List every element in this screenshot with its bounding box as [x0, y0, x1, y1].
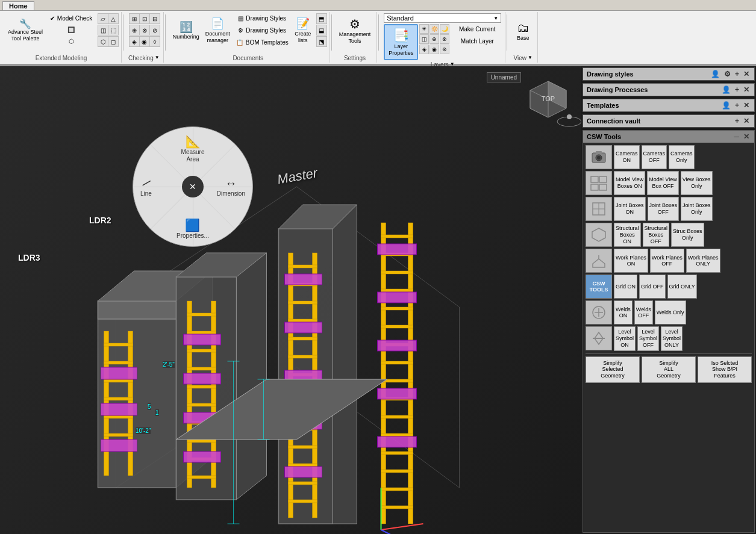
model-check-btn[interactable]: ✔ Model Check: [47, 13, 95, 24]
check-icon6[interactable]: ⊘: [149, 25, 160, 36]
work-planes-off-btn[interactable]: Work PlanesOFF: [650, 249, 684, 273]
templates-add-icon[interactable]: +: [734, 101, 740, 110]
layer-icon9[interactable]: ⊛: [440, 45, 449, 54]
structural-boxes-icon[interactable]: [586, 223, 612, 247]
doc-icon3[interactable]: ⬔: [316, 36, 327, 47]
templates-header[interactable]: Templates 👤 + ✕: [583, 99, 754, 111]
layer-icon5[interactable]: ⊕: [430, 34, 439, 44]
ribbon-tab-home[interactable]: Home: [2, 1, 34, 10]
ext-grid-btn3[interactable]: ◫: [98, 25, 108, 36]
drawing-styles-add-icon[interactable]: +: [734, 70, 740, 78]
grid-only-btn[interactable]: Grid ONLY: [667, 275, 697, 299]
cameras-off-btn[interactable]: CamerasOFF: [642, 145, 667, 169]
layer-icon4[interactable]: ◫: [419, 34, 429, 44]
doc-icon1[interactable]: ⬒: [316, 13, 327, 24]
ext-grid-btn1[interactable]: ▱: [98, 13, 108, 24]
csw-tools-highlight-btn[interactable]: CSWTOOLS: [586, 275, 612, 299]
view-dropdown-icon[interactable]: ▼: [528, 55, 533, 60]
structural-boxes-on-btn[interactable]: StructuralBoxesON: [614, 223, 641, 247]
joint-boxes-icon[interactable]: [586, 197, 612, 221]
welds-icon[interactable]: [586, 300, 612, 324]
drawing-processes-btn[interactable]: ⚙ Drawing Styles: [234, 25, 291, 36]
drawing-processes-close-icon[interactable]: ✕: [742, 85, 751, 94]
work-planes-icon[interactable]: [586, 249, 612, 273]
view-boxes-only-btn[interactable]: View BoxesOnly: [681, 171, 713, 195]
check-icon5[interactable]: ⊗: [139, 25, 150, 36]
work-planes-on-btn[interactable]: Work PlanesON: [614, 249, 648, 273]
csw-tools-close-icon[interactable]: ✕: [742, 132, 751, 141]
level-symbol-on-btn[interactable]: LevelSymbolON: [614, 326, 636, 350]
standard-dropdown[interactable]: Standard ▼: [384, 13, 501, 23]
welds-only-btn[interactable]: Welds Only: [655, 300, 686, 324]
level-symbol-only-btn[interactable]: LevelSymbolONLY: [661, 326, 683, 350]
iso-selected-btn[interactable]: Iso SelctedShow B/PIFeatures: [698, 356, 752, 383]
management-tools-btn[interactable]: ⚙ ManagementTools: [337, 13, 373, 48]
simplify-selected-geometry-btn[interactable]: SimplifySelectedGeometry: [586, 356, 640, 383]
layer-properties-btn[interactable]: 📑 LayerProperties: [384, 24, 418, 60]
model-view-boxes-off-btn[interactable]: Model ViewBox OFF: [647, 171, 678, 195]
cameras-only-btn[interactable]: CamerasOnly: [669, 145, 695, 169]
connection-vault-header[interactable]: Connection vault + ✕: [583, 115, 754, 127]
extended-misc-btn1[interactable]: 🔲: [47, 25, 95, 36]
radial-line[interactable]: / Line: [140, 176, 152, 197]
numbering-btn[interactable]: 🔢 Numbering: [170, 13, 202, 48]
bom-templates-btn[interactable]: 📋 BOM Templates: [234, 37, 291, 48]
templates-user-icon[interactable]: 👤: [720, 101, 732, 110]
simplify-all-geometry-btn[interactable]: SimplifyALLGeometry: [642, 356, 696, 383]
drawing-processes-user-icon[interactable]: 👤: [720, 85, 732, 94]
base-btn[interactable]: 🗂 Base: [512, 13, 534, 48]
check-icon1[interactable]: ⊞: [129, 13, 140, 24]
make-current-btn[interactable]: Make Current: [453, 24, 501, 35]
document-manager-btn[interactable]: 📄 Documentmanager: [203, 13, 233, 48]
drawing-processes-add-icon[interactable]: +: [734, 85, 740, 94]
radial-close-btn[interactable]: ✕: [182, 176, 204, 197]
welds-off-btn[interactable]: WeldsOFF: [634, 300, 653, 324]
ext-grid-btn4[interactable]: ⬚: [108, 25, 119, 36]
check-icon8[interactable]: ◉: [139, 36, 150, 47]
check-icon7[interactable]: ◈: [129, 36, 140, 47]
layer-icon1[interactable]: ☀: [419, 24, 429, 34]
check-icon2[interactable]: ⊡: [139, 13, 150, 24]
struc-boxes-only-btn[interactable]: Struc BoxesOnly: [671, 223, 704, 247]
drawing-styles-close-icon[interactable]: ✕: [742, 70, 751, 78]
drawing-styles-header[interactable]: Drawing styles 👤 ⚙ + ✕: [583, 68, 754, 80]
checking-dropdown-icon[interactable]: ▼: [155, 55, 160, 60]
layer-icon2[interactable]: 🔆: [430, 24, 439, 34]
templates-close-icon[interactable]: ✕: [742, 101, 751, 110]
advance-steel-btn[interactable]: 🔧 Advance SteelTool Palette: [5, 13, 46, 48]
layer-icon3[interactable]: 🌙: [440, 24, 449, 34]
drawing-styles-user-icon[interactable]: 👤: [710, 70, 721, 78]
create-lists-btn[interactable]: 📝 Createlists: [292, 13, 314, 48]
joint-boxes-on-btn[interactable]: Joint BoxesON: [614, 197, 646, 221]
viewport[interactable]: Master LDR2 LDR3 10'-2" 2'-5" 5 1: [0, 66, 581, 534]
joint-boxes-off-btn[interactable]: Joint BoxesOFF: [648, 197, 679, 221]
layer-icon8[interactable]: ◉: [430, 45, 439, 54]
check-icon4[interactable]: ⊕: [129, 25, 140, 36]
match-layer-btn[interactable]: Match Layer: [453, 36, 501, 47]
drawing-styles-gear-icon[interactable]: ⚙: [723, 70, 732, 78]
doc-icon2[interactable]: ⬓: [316, 25, 327, 36]
ext-grid-btn2[interactable]: △: [108, 13, 119, 24]
cameras-on-btn[interactable]: CamerasON: [614, 145, 640, 169]
csw-tools-minimize-icon[interactable]: ─: [733, 132, 740, 141]
check-icon3[interactable]: ⊟: [149, 13, 160, 24]
welds-on-btn[interactable]: WeldsON: [614, 300, 633, 324]
level-symbol-off-btn[interactable]: LevelSymbolOFF: [637, 326, 659, 350]
check-icon9[interactable]: ◊: [149, 36, 160, 47]
layer-icon6[interactable]: ⊗: [440, 34, 449, 44]
grid-off-btn[interactable]: Grid OFF: [639, 275, 666, 299]
extended-misc-btn2[interactable]: ⬡: [47, 36, 95, 47]
connection-vault-close-icon[interactable]: ✕: [742, 117, 751, 125]
ext-grid-btn5[interactable]: ⬡: [98, 36, 108, 47]
grid-on-btn[interactable]: Grid ON: [614, 275, 637, 299]
structural-boxes-off-btn[interactable]: StructuralBoxesOFF: [643, 223, 670, 247]
work-planes-only-btn[interactable]: Work PlanesONLY: [686, 249, 720, 273]
model-view-boxes-on-btn[interactable]: Model ViewBoxes ON: [614, 171, 645, 195]
radial-dimension[interactable]: ↔ Dimension: [217, 176, 245, 197]
connection-vault-add-icon[interactable]: +: [734, 117, 740, 125]
radial-properties[interactable]: 🟦 Properties...: [177, 218, 209, 239]
level-symbol-icon[interactable]: [586, 326, 612, 350]
model-view-boxes-icon[interactable]: [586, 171, 612, 195]
drawing-styles-btn[interactable]: ▤ Drawing Styles: [234, 13, 291, 24]
joint-boxes-only-btn[interactable]: Joint BoxesOnly: [681, 197, 713, 221]
